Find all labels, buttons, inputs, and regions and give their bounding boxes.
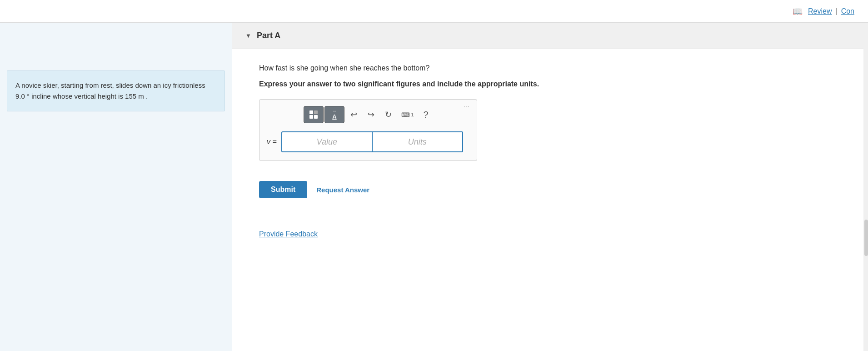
toolbar-btn-squares[interactable] <box>304 106 324 123</box>
units-input[interactable] <box>372 131 463 152</box>
undo-icon: ↩ <box>350 110 357 120</box>
question-text: How fast is she going when she reaches t… <box>259 63 841 74</box>
sq1 <box>309 110 313 114</box>
top-bar-links: 📖 Review | Con <box>793 6 854 16</box>
top-bar: 📖 Review | Con <box>0 0 868 23</box>
reset-button[interactable]: ↻ <box>380 106 396 123</box>
input-row: v = <box>267 131 469 152</box>
scrollbar[interactable] <box>863 23 868 351</box>
left-panel: A novice skier, starting from rest, slid… <box>0 23 232 351</box>
sq3 <box>309 115 313 119</box>
answer-box: ··· ··· A <box>259 99 477 161</box>
keyboard-icon: ⌨ <box>401 111 410 118</box>
keyboard-button[interactable]: ⌨ 1 <box>397 106 418 123</box>
help-button[interactable]: ? <box>419 106 433 123</box>
submit-button[interactable]: Submit <box>259 181 307 198</box>
buttons-row: Submit Request Answer <box>259 181 841 198</box>
undo-button[interactable]: ↩ <box>345 106 362 123</box>
redo-icon: ↪ <box>368 110 374 120</box>
text-mode-label: ··· A <box>332 110 336 120</box>
part-a-title: Part A <box>257 31 280 40</box>
value-input[interactable] <box>281 131 372 152</box>
book-icon: 📖 <box>793 6 803 16</box>
sq2 <box>314 110 318 114</box>
answer-instruction: Express your answer to two significant f… <box>259 80 841 88</box>
answer-toolbar: ··· ··· A <box>267 106 469 126</box>
question-content: How fast is she going when she reaches t… <box>232 49 868 216</box>
refresh-icon: ↻ <box>385 110 392 120</box>
help-icon: ? <box>423 110 428 120</box>
feedback-section: Provide Feedback <box>232 216 868 252</box>
provide-feedback-link[interactable]: Provide Feedback <box>259 230 318 238</box>
toolbar-btn-text-mode[interactable]: ··· A <box>324 106 344 123</box>
main-content: ▼ Part A How fast is she going when she … <box>232 23 868 351</box>
review-link[interactable]: Review <box>808 7 832 15</box>
separator: | <box>835 7 837 15</box>
problem-text: A novice skier, starting from rest, slid… <box>15 81 205 100</box>
underline-a-label: A <box>332 113 336 120</box>
scrollbar-thumb <box>864 220 868 256</box>
problem-box: A novice skier, starting from rest, slid… <box>7 70 225 111</box>
sq4 <box>314 115 318 119</box>
collapse-icon[interactable]: ▼ <box>245 32 251 39</box>
keyboard-num: 1 <box>411 112 414 117</box>
cont-link[interactable]: Con <box>841 7 854 15</box>
part-a-section: ▼ Part A How fast is she going when she … <box>232 23 868 216</box>
squares-grid <box>309 110 318 119</box>
redo-button[interactable]: ↪ <box>363 106 379 123</box>
toolbar-dots: ··· <box>464 103 469 110</box>
request-answer-button[interactable]: Request Answer <box>316 186 369 194</box>
variable-label: v = <box>267 138 277 146</box>
part-a-header: ▼ Part A <box>232 23 868 49</box>
